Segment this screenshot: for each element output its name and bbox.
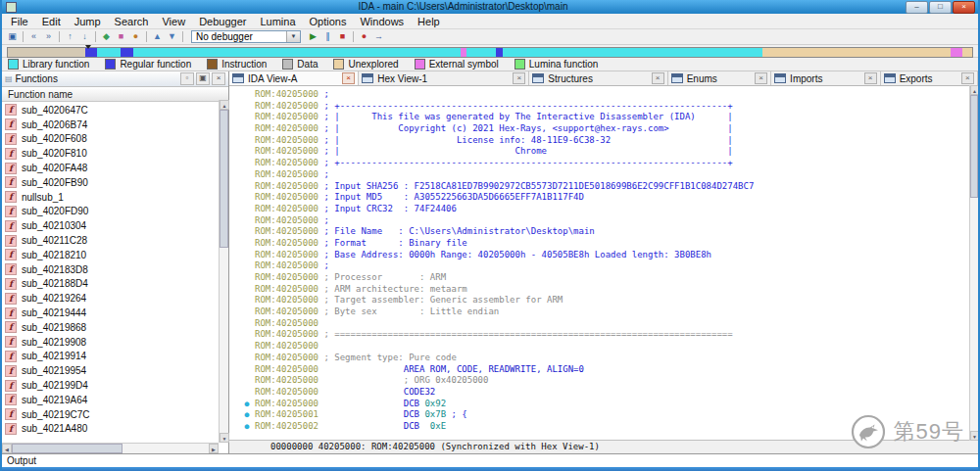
disasm-line[interactable]: ROM:40205000 bbox=[239, 341, 978, 353]
close-icon[interactable]: × bbox=[513, 72, 525, 84]
navband-segment[interactable] bbox=[97, 48, 122, 57]
menu-view[interactable]: View bbox=[155, 16, 192, 27]
disasm-line[interactable]: ROM:40205000 ; Target assembler: Generic… bbox=[239, 295, 978, 306]
function-list-item[interactable]: fsub_40218210 bbox=[2, 248, 228, 262]
menu-options[interactable]: Options bbox=[303, 16, 354, 27]
function-list-item[interactable]: fsub_40219A64 bbox=[2, 393, 228, 407]
navband-segment[interactable] bbox=[133, 48, 462, 57]
dock-icon[interactable]: ▫ bbox=[180, 72, 194, 85]
navband-pointer-icon[interactable] bbox=[85, 45, 91, 49]
disasm-line[interactable]: ROM:40205000 ; bbox=[239, 89, 978, 101]
scroll-up-icon[interactable]: ▲ bbox=[220, 100, 229, 110]
close-icon[interactable]: × bbox=[864, 72, 877, 84]
tab-imports[interactable]: Imports× bbox=[771, 71, 881, 85]
jump-up-icon[interactable]: ↑ bbox=[63, 30, 77, 43]
menu-file[interactable]: File bbox=[4, 16, 35, 27]
scroll-thumb[interactable] bbox=[220, 110, 228, 248]
scroll-right-icon[interactable]: ▶ bbox=[209, 444, 219, 453]
scroll-thumb[interactable] bbox=[12, 444, 122, 453]
chevron-down-icon[interactable]: ▼ bbox=[286, 31, 300, 42]
scroll-up-icon[interactable]: ▲ bbox=[970, 85, 979, 95]
disasm-line[interactable]: ROM:40205000 ; =========================… bbox=[239, 329, 978, 341]
disassembly-vertical-scrollbar[interactable]: ▲ ▼ bbox=[969, 85, 978, 441]
disasm-line[interactable]: ROM:40205000 ; | Chrome | bbox=[239, 146, 978, 158]
navband-segment[interactable] bbox=[85, 48, 97, 57]
scroll-down-icon[interactable]: ▼ bbox=[220, 433, 229, 443]
column-header-function-name[interactable]: Function name bbox=[2, 87, 228, 102]
disasm-line[interactable]: ROM:40205000 ; bbox=[239, 169, 978, 181]
function-list-item[interactable]: fsub_40219C7C bbox=[2, 407, 228, 422]
disasm-line[interactable]: ●ROM:40205000 DCB 0x92 bbox=[239, 399, 978, 410]
breakpoint-icon[interactable]: ● bbox=[357, 30, 371, 43]
menu-jump[interactable]: Jump bbox=[68, 16, 108, 27]
scroll-track[interactable] bbox=[970, 95, 978, 431]
scroll-thumb[interactable] bbox=[970, 95, 978, 198]
disasm-line[interactable]: ROM:40205000 ; File Name : C:\Users\Admi… bbox=[239, 226, 978, 238]
output-panel[interactable]: Output bbox=[2, 453, 978, 467]
back-icon[interactable]: « bbox=[26, 30, 41, 43]
tab-exports[interactable]: Exports× bbox=[881, 71, 978, 85]
navband-segment[interactable] bbox=[962, 48, 972, 57]
function-list-item[interactable]: fsub_4020F608 bbox=[2, 132, 228, 147]
search-down-icon[interactable]: ▼ bbox=[165, 30, 179, 43]
disasm-line[interactable]: ROM:40205000 ; | License info: 48-11E9-6… bbox=[239, 135, 978, 147]
function-list-item[interactable]: fsub_4020FB90 bbox=[2, 175, 228, 190]
disasm-line[interactable]: ROM:40205000 ; Input CRC32 : 74F24406 bbox=[239, 204, 978, 215]
function-list-item[interactable]: fsub_40219868 bbox=[2, 320, 228, 335]
close-icon[interactable]: × bbox=[652, 72, 664, 84]
navband-segment[interactable] bbox=[121, 48, 133, 57]
scroll-down-icon[interactable]: ▼ bbox=[970, 431, 979, 441]
function-list-item[interactable]: fsub_4020FA48 bbox=[2, 161, 228, 175]
menu-edit[interactable]: Edit bbox=[35, 16, 68, 27]
enums-icon[interactable]: ● bbox=[128, 30, 143, 43]
navband-segment[interactable] bbox=[951, 48, 962, 57]
function-list-item[interactable]: fsub_4020F810 bbox=[2, 146, 228, 161]
scroll-track[interactable] bbox=[220, 110, 228, 433]
disasm-line[interactable]: ROM:40205000 ; Byte sex : Little endian bbox=[239, 306, 978, 318]
close-icon[interactable]: × bbox=[755, 72, 767, 84]
navband-segment[interactable] bbox=[8, 48, 85, 57]
disasm-line[interactable]: ROM:40205000 ; +------------------------… bbox=[239, 101, 978, 113]
data-icon[interactable]: ◆ bbox=[99, 30, 114, 43]
function-list-item[interactable]: fsub_4020647C bbox=[2, 103, 228, 118]
close-icon[interactable]: × bbox=[961, 72, 974, 84]
function-list-item[interactable]: fsub_40206B74 bbox=[2, 118, 228, 132]
menu-windows[interactable]: Windows bbox=[353, 16, 411, 27]
disasm-line[interactable]: ROM:40205000 ; bbox=[239, 260, 978, 272]
close-panel-icon[interactable]: × bbox=[212, 72, 225, 85]
function-list-item[interactable]: fsub_40211C28 bbox=[2, 233, 228, 248]
disasm-line[interactable]: ROM:40205000 ; Base Address: 0000h Range… bbox=[239, 250, 978, 261]
save-icon[interactable]: ▣ bbox=[5, 30, 20, 43]
tab-enums[interactable]: Enums× bbox=[668, 71, 771, 85]
function-list-item[interactable]: fsub_4020FD90 bbox=[2, 205, 228, 219]
scroll-left-icon[interactable]: ◀ bbox=[2, 444, 12, 453]
disasm-line[interactable]: ROM:40205000 ; ARM architecture: metaarm bbox=[239, 284, 978, 296]
function-list-item[interactable]: fsub_40210304 bbox=[2, 218, 228, 233]
menu-help[interactable]: Help bbox=[411, 16, 447, 27]
float-icon[interactable]: ▣ bbox=[196, 72, 210, 85]
navband-segment[interactable] bbox=[762, 48, 951, 57]
disasm-line[interactable]: ROM:40205000 ; Input SHA256 : F2518CA81E… bbox=[239, 181, 978, 193]
scroll-track[interactable] bbox=[12, 444, 209, 453]
disasm-line[interactable]: ROM:40205000 bbox=[239, 318, 978, 330]
function-list-item[interactable]: fsub_40219908 bbox=[2, 335, 228, 350]
disasm-line[interactable]: ROM:40205000 ; +------------------------… bbox=[239, 158, 978, 169]
disasm-line[interactable]: ROM:40205000 ; | This file was generated… bbox=[239, 112, 978, 123]
start-debug-icon[interactable]: ▶ bbox=[306, 30, 320, 43]
function-list-item[interactable]: fsub_40219954 bbox=[2, 363, 228, 378]
disassembly-view[interactable]: ROM:40205000 ; ROM:40205000 ; +---------… bbox=[229, 86, 978, 440]
functions-horizontal-scrollbar[interactable]: ◀ ▶ bbox=[2, 443, 219, 453]
function-list-item[interactable]: fsub_40219444 bbox=[2, 306, 228, 320]
navigation-band[interactable] bbox=[7, 47, 973, 58]
functions-vertical-scrollbar[interactable]: ▲ ▼ bbox=[219, 100, 228, 443]
close-button[interactable]: × bbox=[953, 1, 975, 14]
step-icon[interactable]: → bbox=[371, 30, 386, 43]
disasm-line[interactable]: ROM:40205000 ; Format : Binary file bbox=[239, 238, 978, 250]
menu-debugger[interactable]: Debugger bbox=[192, 16, 253, 27]
function-list-item[interactable]: fsub_402199D4 bbox=[2, 378, 228, 393]
menu-lumina[interactable]: Lumina bbox=[253, 16, 302, 27]
function-list-item[interactable]: fnullsub_1 bbox=[2, 190, 228, 205]
tab-ida-view-a[interactable]: IDA View-A× bbox=[229, 71, 359, 85]
disasm-line[interactable]: ROM:40205000 CODE32 bbox=[239, 387, 978, 399]
function-list-item[interactable]: fsub_402183D8 bbox=[2, 262, 228, 277]
